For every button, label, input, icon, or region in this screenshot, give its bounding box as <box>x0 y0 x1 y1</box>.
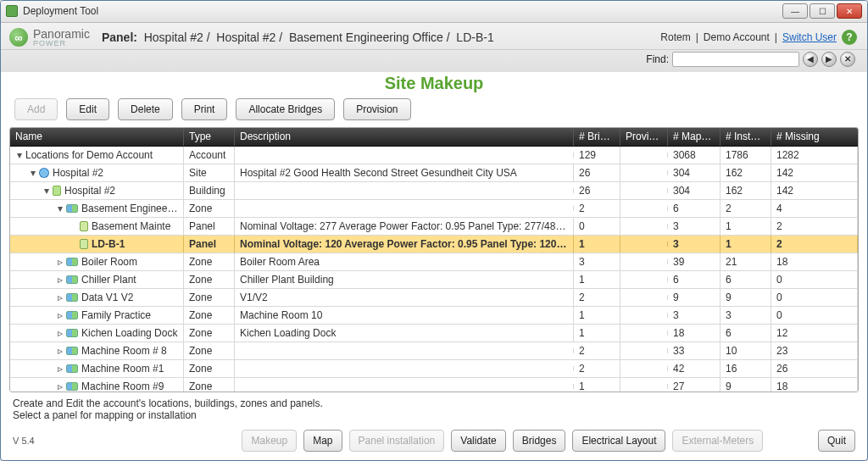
row-provision <box>620 295 668 300</box>
row-name: Data V1 V2 <box>81 292 133 303</box>
row-provision <box>620 384 668 389</box>
row-installed: 16 <box>721 360 771 377</box>
row-type: Zone <box>184 271 235 288</box>
makeup-button[interactable]: Makeup <box>242 430 297 452</box>
col-installed[interactable]: # Installed <box>721 128 771 146</box>
zone-icon <box>66 311 78 319</box>
col-bridges[interactable]: # Bridges <box>574 128 620 146</box>
bld-icon <box>53 186 61 196</box>
table-row[interactable]: ▹Boiler RoomZoneBoiler Room Area3392118 <box>10 253 858 271</box>
add-button[interactable]: Add <box>14 98 58 120</box>
row-bridges: 1 <box>574 307 620 324</box>
row-type: Zone <box>184 325 235 342</box>
find-prev-icon[interactable]: ◀ <box>803 52 818 67</box>
row-provision <box>620 206 668 211</box>
table-row[interactable]: ▹Machine Room #9Zone127918 <box>10 378 858 392</box>
row-installed: 21 <box>721 253 771 270</box>
zone-icon <box>66 204 78 213</box>
row-type: Zone <box>184 253 235 270</box>
expand-icon[interactable]: ▾ <box>56 203 64 214</box>
col-missing[interactable]: # Missing <box>771 128 858 146</box>
row-desc <box>235 153 574 158</box>
row-missing: 1282 <box>771 147 858 164</box>
expand-icon[interactable]: ▹ <box>56 345 64 357</box>
expand-icon[interactable]: ▹ <box>56 363 64 375</box>
row-name: Machine Room #9 <box>81 380 164 392</box>
row-bridges: 2 <box>574 200 620 217</box>
electrical-layout-button[interactable]: Electrical Layout <box>572 430 665 452</box>
table-row[interactable]: ▾Locations for Demo AccountAccount129306… <box>10 147 858 164</box>
close-button[interactable]: ✕ <box>837 3 862 19</box>
col-provision[interactable]: Provision <box>620 128 668 146</box>
delete-button[interactable]: Delete <box>118 98 173 120</box>
zone-icon <box>66 275 78 284</box>
table-row[interactable]: ▹Data V1 V2ZoneV1/V22990 <box>10 289 858 307</box>
map-button[interactable]: Map <box>303 430 342 452</box>
expand-icon[interactable]: ▹ <box>56 327 64 339</box>
row-mapped: 304 <box>668 164 721 181</box>
bottom-bar: V 5.4 Makeup Map Panel installation Vali… <box>1 421 867 460</box>
panel-installation-button[interactable]: Panel installation <box>349 430 445 452</box>
maximize-button[interactable]: ☐ <box>810 3 835 19</box>
col-desc[interactable]: Description <box>235 128 574 146</box>
row-installed: 162 <box>721 182 771 199</box>
breadcrumb: Panel: Hospital #2 / Hospital #2 / Basem… <box>102 31 660 44</box>
row-type: Panel <box>184 218 235 235</box>
expand-icon[interactable]: ▹ <box>56 274 64 286</box>
expand-icon[interactable]: ▾ <box>42 185 51 197</box>
col-name[interactable]: Name <box>10 128 184 146</box>
table-row[interactable]: ▹Machine Room # 8Zone2331023 <box>10 342 858 360</box>
switch-user-link[interactable]: Switch User <box>782 31 837 43</box>
table-row[interactable]: ▾Hospital #2Building26304162142 <box>10 182 858 200</box>
logo-icon: ∞ <box>9 28 28 47</box>
row-desc <box>235 384 574 389</box>
minimize-button[interactable]: — <box>782 3 808 19</box>
allocate-bridges-button[interactable]: Allocate Bridges <box>236 98 335 120</box>
expand-icon[interactable]: ▾ <box>15 149 24 161</box>
row-missing: 12 <box>771 325 858 342</box>
row-type: Panel <box>184 236 235 253</box>
table-row[interactable]: ▹Kichen Loading DockZoneKichen Loading D… <box>10 325 858 342</box>
external-meters-button[interactable]: External-Meters <box>672 430 763 452</box>
quit-button[interactable]: Quit <box>818 430 855 452</box>
row-mapped: 33 <box>668 342 721 359</box>
expand-icon[interactable] <box>70 238 78 250</box>
expand-icon[interactable]: ▹ <box>56 380 64 392</box>
row-provision <box>620 366 668 371</box>
expand-icon[interactable] <box>70 220 78 232</box>
find-clear-icon[interactable]: ✕ <box>840 52 855 67</box>
provision-button[interactable]: Provision <box>343 98 410 120</box>
row-provision <box>620 348 668 353</box>
row-desc: Boiler Room Area <box>235 253 574 270</box>
row-type: Building <box>184 182 235 199</box>
row-desc: Chiller Plant Building <box>235 271 574 288</box>
expand-icon[interactable]: ▹ <box>56 309 64 321</box>
row-desc: Nominal Voltage: 120 Average Power Facto… <box>235 236 574 253</box>
expand-icon[interactable]: ▾ <box>29 167 37 179</box>
row-desc <box>235 206 574 211</box>
row-type: Zone <box>184 307 235 324</box>
table-row[interactable]: ▹Family PracticeZoneMachine Room 101330 <box>10 307 858 325</box>
find-next-icon[interactable]: ▶ <box>821 52 837 67</box>
row-installed: 1 <box>721 236 771 253</box>
col-mapped[interactable]: # Mapped <box>668 128 721 146</box>
row-installed: 2 <box>721 200 771 217</box>
print-button[interactable]: Print <box>181 98 228 120</box>
expand-icon[interactable]: ▹ <box>56 292 64 303</box>
table-row[interactable]: ▾Hospital #2SiteHospital #2 Good Health … <box>10 164 858 182</box>
col-type[interactable]: Type <box>184 128 235 146</box>
bridges-button[interactable]: Bridges <box>513 430 566 452</box>
app-icon <box>6 5 18 17</box>
help-icon[interactable]: ? <box>842 30 857 45</box>
edit-button[interactable]: Edit <box>66 98 109 120</box>
find-input[interactable] <box>672 52 799 67</box>
row-bridges: 1 <box>574 378 620 392</box>
table-row[interactable]: ▹Machine Room #1Zone2421626 <box>10 360 858 378</box>
table-row[interactable]: Basement MaintePanelNominal Voltage: 277… <box>10 218 858 236</box>
table-row[interactable]: ▾Basement EngineerinZone2624 <box>10 200 858 218</box>
expand-icon[interactable]: ▹ <box>56 256 64 268</box>
table-row[interactable]: ▹Chiller PlantZoneChiller Plant Building… <box>10 271 858 289</box>
table-row[interactable]: LD-B-1PanelNominal Voltage: 120 Average … <box>10 236 858 253</box>
row-installed: 9 <box>721 289 771 306</box>
validate-button[interactable]: Validate <box>451 430 505 452</box>
